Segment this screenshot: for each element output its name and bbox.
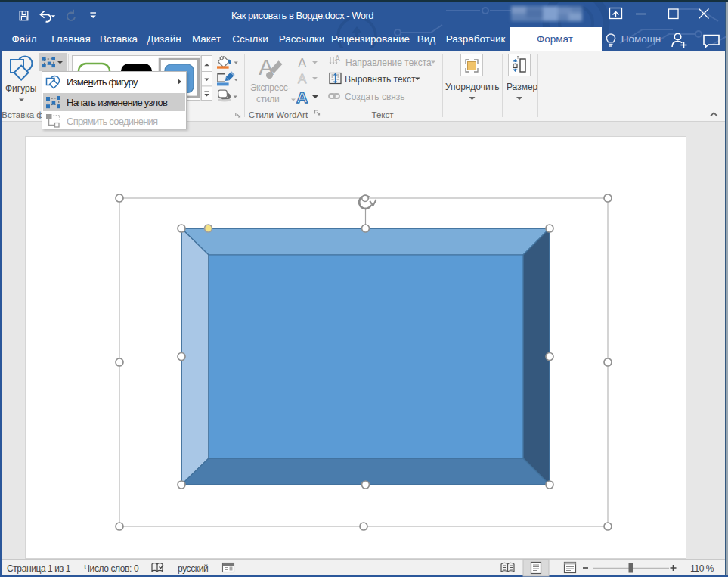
svg-text:A: A: [296, 88, 308, 106]
svg-text:A: A: [298, 56, 307, 70]
svg-text:A: A: [298, 72, 307, 86]
svg-text:А: А: [335, 54, 340, 63]
